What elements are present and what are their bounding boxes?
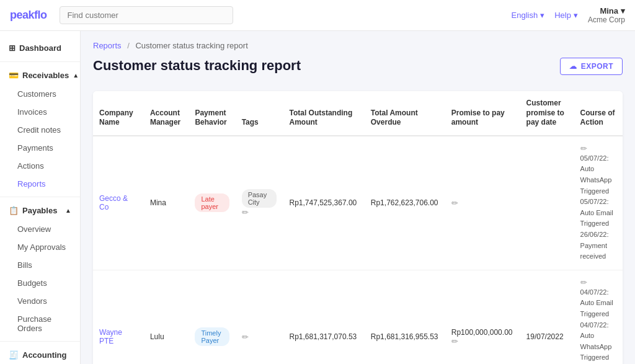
company-link[interactable]: Gecco & Co: [99, 194, 128, 211]
user-menu[interactable]: Mina ▾ Acme Corp: [588, 6, 625, 24]
col-header-company: Company Name: [93, 91, 144, 136]
divider: [0, 341, 80, 342]
main-area: ⊞ Dashboard 💳 Receivables ▲ Customers In…: [0, 31, 635, 364]
cell-action: ✏ 04/07/22: Auto Email Triggered04/07/22…: [574, 270, 623, 364]
cell-company: Gecco & Co: [93, 136, 144, 270]
col-header-manager: Account Manager: [144, 91, 189, 136]
chevron-up-icon: ▲: [73, 72, 79, 79]
accounting-icon: 🧾: [9, 350, 19, 360]
cell-company: Wayne PTE: [93, 270, 144, 364]
sidebar-item-actions[interactable]: Actions: [0, 157, 80, 175]
sidebar-header-payables[interactable]: 📋 Payables ▲: [0, 201, 80, 220]
col-header-promise-amount: Promise to pay amount: [445, 91, 520, 136]
edit-promise-icon[interactable]: ✏: [451, 337, 458, 346]
grid-icon: ⊞: [9, 43, 16, 53]
cell-promise-date: [520, 136, 574, 270]
chevron-down-icon: ▾: [621, 6, 625, 16]
language-selector[interactable]: English ▾: [512, 11, 545, 20]
cell-overdue: Rp1,681,316,955.53: [365, 270, 445, 364]
logo: peakflo: [10, 9, 47, 22]
app-container: peakflo English ▾ Help ▾ Mina ▾ Acme Cor…: [0, 0, 635, 364]
edit-tag-icon[interactable]: ✏: [242, 208, 249, 217]
sidebar-item-invoices[interactable]: Invoices: [0, 103, 80, 121]
cell-promise-date: 19/07/2022: [520, 270, 574, 364]
cell-payment: Late payer: [189, 136, 235, 270]
main-content: Reports / Customer status tracking repor…: [81, 31, 635, 364]
help-button[interactable]: Help ▾: [554, 11, 578, 20]
sidebar-header-receivables[interactable]: 💳 Receivables ▲: [0, 66, 80, 85]
payables-icon: 📋: [9, 206, 19, 215]
sidebar-item-vendors[interactable]: Vendors: [0, 292, 80, 310]
cell-outstanding: Rp1,681,317,070.53: [283, 270, 364, 364]
sidebar-item-accounting[interactable]: 🧾 Accounting: [0, 345, 80, 364]
action-text: 05/07/22: Auto WhatsApp Triggered05/07/2…: [580, 153, 616, 262]
receivables-icon: 💳: [9, 71, 19, 80]
table-row: Wayne PTE Lulu Timely Payer ✏ Rp1,681,31…: [93, 270, 623, 364]
cell-action: ✏ 05/07/22: Auto WhatsApp Triggered05/07…: [574, 136, 623, 270]
search-input[interactable]: [60, 6, 233, 24]
breadcrumb-current: Customer status tracking report: [135, 41, 247, 50]
cell-overdue: Rp1,762,623,706.00: [365, 136, 445, 270]
cell-tags: Pasay City ✏: [236, 136, 283, 270]
breadcrumb: Reports / Customer status tracking repor…: [93, 41, 623, 50]
sidebar-section-payables: 📋 Payables ▲ Overview My Approvals Bills…: [0, 201, 80, 337]
sidebar-item-customers[interactable]: Customers: [0, 85, 80, 103]
breadcrumb-separator: /: [127, 41, 130, 50]
col-header-overdue: Total Amount Overdue: [365, 91, 445, 136]
divider: [0, 61, 80, 62]
cell-manager: Mina: [144, 136, 189, 270]
sidebar-item-bills[interactable]: Bills: [0, 256, 80, 274]
chevron-down-icon: ▾: [574, 11, 578, 20]
cell-manager: Lulu: [144, 270, 189, 364]
col-header-outstanding: Total Outstanding Amount: [283, 91, 364, 136]
sidebar-section-dashboard: ⊞ Dashboard: [0, 38, 80, 58]
topbar: peakflo English ▾ Help ▾ Mina ▾ Acme Cor…: [0, 0, 635, 31]
payment-badge: Timely Payer: [195, 327, 229, 346]
page-title: Customer status tracking report: [93, 58, 301, 74]
col-header-tags: Tags: [236, 91, 283, 136]
table-header-row: Company Name Account Manager Payment Beh…: [93, 91, 623, 136]
payment-badge: Late payer: [195, 193, 229, 212]
sidebar-item-credit-notes[interactable]: Credit notes: [0, 121, 80, 139]
sidebar-item-payments[interactable]: Payments: [0, 139, 80, 157]
promise-date-value: 19/07/2022: [526, 332, 564, 341]
sidebar-section-accounting: 🧾 Accounting: [0, 345, 80, 364]
col-header-promise-date: Customer promise to pay date: [520, 91, 574, 136]
breadcrumb-reports-link[interactable]: Reports: [93, 41, 122, 50]
cell-outstanding: Rp1,747,525,367.00: [283, 136, 364, 270]
sidebar-item-my-approvals[interactable]: My Approvals: [0, 238, 80, 256]
sidebar-item-purchase-orders[interactable]: Purchase Orders: [0, 310, 80, 337]
edit-action-icon[interactable]: ✏: [580, 144, 587, 153]
divider: [0, 197, 80, 197]
sidebar-item-budgets[interactable]: Budgets: [0, 274, 80, 292]
topbar-right: English ▾ Help ▾ Mina ▾ Acme Corp: [512, 6, 625, 24]
cell-tags: ✏: [236, 270, 283, 364]
sidebar-item-dashboard[interactable]: ⊞ Dashboard: [0, 38, 80, 58]
chevron-up-icon: ▲: [65, 207, 71, 214]
cell-promise-amount: Rp100,000,000.00 ✏: [445, 270, 520, 364]
col-header-payment: Payment Behavior: [189, 91, 235, 136]
sidebar-item-reports[interactable]: Reports: [0, 175, 80, 193]
chevron-down-icon: ▾: [540, 11, 544, 20]
search-bar[interactable]: [60, 6, 233, 24]
company-link[interactable]: Wayne PTE: [99, 328, 122, 345]
action-text: 04/07/22: Auto Email Triggered04/07/22: …: [580, 287, 616, 364]
col-header-action: Course of Action: [574, 91, 623, 136]
data-table: Company Name Account Manager Payment Beh…: [93, 91, 623, 364]
export-button[interactable]: ☁ EXPORT: [560, 58, 623, 75]
edit-promise-icon[interactable]: ✏: [451, 198, 458, 208]
tag-badge: Pasay City: [242, 189, 277, 208]
sidebar-item-overview[interactable]: Overview: [0, 220, 80, 238]
sidebar-section-receivables: 💳 Receivables ▲ Customers Invoices Credi…: [0, 66, 80, 193]
cloud-icon: ☁: [569, 62, 577, 71]
edit-action-icon[interactable]: ✏: [580, 278, 587, 287]
user-company: Acme Corp: [588, 16, 625, 24]
sidebar: ⊞ Dashboard 💳 Receivables ▲ Customers In…: [0, 31, 81, 364]
table-row: Gecco & Co Mina Late payer Pasay City ✏ …: [93, 136, 623, 270]
cell-payment: Timely Payer: [189, 270, 235, 364]
cell-promise-amount: ✏: [445, 136, 520, 270]
edit-tag-icon[interactable]: ✏: [242, 332, 249, 342]
user-name: Mina ▾: [600, 6, 625, 16]
